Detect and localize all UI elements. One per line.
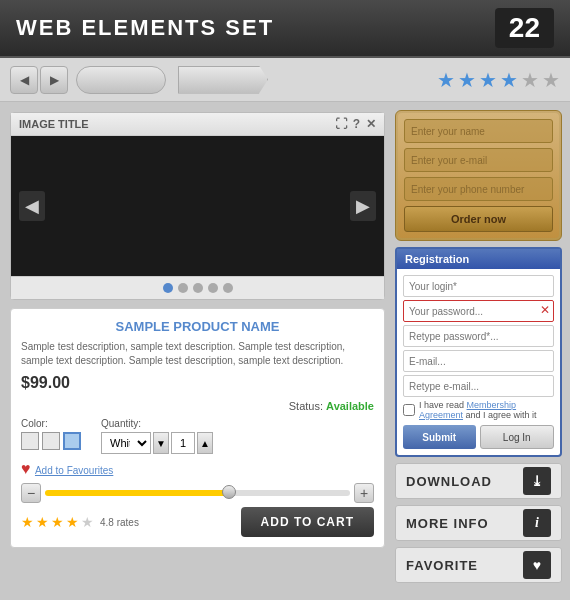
nav-pill-button[interactable] bbox=[76, 66, 166, 94]
submit-button[interactable]: Submit bbox=[403, 425, 476, 449]
agree-row: I have read Membership Agreement and I a… bbox=[403, 400, 554, 420]
login-button[interactable]: Log In bbox=[480, 425, 555, 449]
reg-password-input[interactable] bbox=[403, 300, 554, 322]
favorite-icon: ♥ bbox=[523, 551, 551, 579]
product-bottom: ★ ★ ★ ★ ★ 4.8 rates ADD TO CART bbox=[21, 507, 374, 537]
parchment-name-input[interactable] bbox=[404, 119, 553, 143]
reg-retype-input[interactable] bbox=[403, 325, 554, 347]
agree-checkbox[interactable] bbox=[403, 404, 415, 416]
star-3: ★ bbox=[479, 68, 497, 92]
main-content: IMAGE TITLE ⛶ ? ✕ ◀ ▶ SAMPLE PRODU bbox=[0, 102, 570, 600]
rating-star-1: ★ bbox=[21, 514, 34, 530]
more-info-icon: i bbox=[523, 509, 551, 537]
slider-thumb[interactable] bbox=[222, 485, 236, 499]
parchment-phone-input[interactable] bbox=[404, 177, 553, 201]
agree-text: I have read Membership Agreement and I a… bbox=[419, 400, 554, 420]
favorite-label: FAVORITE bbox=[406, 558, 478, 573]
product-info: SAMPLE PRODUCT NAME Sample test descript… bbox=[10, 308, 385, 548]
slide-next-button[interactable]: ▶ bbox=[350, 191, 376, 221]
star-1: ★ bbox=[437, 68, 455, 92]
favorite-button[interactable]: FAVORITE ♥ bbox=[395, 547, 562, 583]
right-panel: Order now Registration ✕ I have read Mem… bbox=[395, 102, 570, 600]
heart-icon: ♥ bbox=[21, 460, 31, 477]
download-icon: ⤓ bbox=[523, 467, 551, 495]
swatch-1[interactable] bbox=[21, 432, 39, 450]
swatch-2[interactable] bbox=[42, 432, 60, 450]
rating-star-3: ★ bbox=[51, 514, 64, 530]
parchment-form: Order now bbox=[395, 110, 562, 241]
color-label: Color: bbox=[21, 418, 81, 429]
more-info-button[interactable]: MORE INFO i bbox=[395, 505, 562, 541]
reg-password-row: ✕ bbox=[403, 300, 554, 322]
add-to-cart-button[interactable]: ADD TO CART bbox=[241, 507, 374, 537]
status-value: Available bbox=[326, 400, 374, 412]
swatch-3[interactable] bbox=[63, 432, 81, 450]
slideshow-body: ◀ ▶ bbox=[11, 136, 384, 276]
reg-buttons: Submit Log In bbox=[403, 425, 554, 449]
quantity-option: Quantity: White ▼ ▲ bbox=[101, 418, 213, 454]
dot-1[interactable] bbox=[163, 283, 173, 293]
rating-star-5: ★ bbox=[81, 514, 94, 530]
product-price: $99.00 bbox=[21, 374, 374, 392]
slider-minus-button[interactable]: − bbox=[21, 483, 41, 503]
dot-2[interactable] bbox=[178, 283, 188, 293]
color-select[interactable]: White bbox=[101, 432, 151, 454]
rating-stars: ★ ★ ★ ★ ★ 4.8 rates bbox=[21, 514, 139, 530]
qty-up-button[interactable]: ▲ bbox=[197, 432, 213, 454]
nav-next-button[interactable]: ▶ bbox=[40, 66, 68, 94]
slider-track[interactable] bbox=[45, 490, 350, 496]
status-label: Status: bbox=[289, 400, 323, 412]
slider-plus-button[interactable]: + bbox=[354, 483, 374, 503]
order-now-button[interactable]: Order now bbox=[404, 206, 553, 232]
rating-stars-nav: ★ ★ ★ ★ ★ ★ bbox=[437, 68, 560, 92]
registration-body: ✕ I have read Membership Agreement and I… bbox=[397, 269, 560, 455]
download-label: DOWNLOAD bbox=[406, 474, 492, 489]
slideshow-dots bbox=[11, 276, 384, 299]
close-icon[interactable]: ✕ bbox=[366, 117, 376, 131]
slideshow-controls: ⛶ ? ✕ bbox=[335, 117, 376, 131]
header-title: WEB ELEMENTS SET bbox=[16, 15, 274, 41]
slider-row: − + bbox=[21, 483, 374, 503]
reg-email-input[interactable] bbox=[403, 350, 554, 372]
rating-text: 4.8 rates bbox=[100, 517, 139, 528]
registration-header: Registration bbox=[397, 249, 560, 269]
product-status: Status: Available bbox=[21, 400, 374, 412]
parchment-email-input[interactable] bbox=[404, 148, 553, 172]
header: WEB ELEMENTS SET 22 bbox=[0, 0, 570, 58]
help-icon[interactable]: ? bbox=[353, 117, 360, 131]
rating-star-4: ★ bbox=[66, 514, 79, 530]
fullscreen-icon[interactable]: ⛶ bbox=[335, 117, 347, 131]
nav-arrows: ◀ ▶ bbox=[10, 66, 68, 94]
slideshow-title: IMAGE TITLE bbox=[19, 118, 89, 130]
rating-star-2: ★ bbox=[36, 514, 49, 530]
nav-arrow-button[interactable] bbox=[178, 66, 268, 94]
registration-box: Registration ✕ I have read Membership Ag… bbox=[395, 247, 562, 457]
dot-3[interactable] bbox=[193, 283, 203, 293]
download-button[interactable]: DOWNLOAD ⤓ bbox=[395, 463, 562, 499]
slide-prev-button[interactable]: ◀ bbox=[19, 191, 45, 221]
color-swatches bbox=[21, 432, 81, 450]
slideshow-header: IMAGE TITLE ⛶ ? ✕ bbox=[11, 113, 384, 136]
star-4: ★ bbox=[500, 68, 518, 92]
navbar: ◀ ▶ ★ ★ ★ ★ ★ ★ bbox=[0, 58, 570, 102]
add-to-favourites-link[interactable]: Add to Favourites bbox=[35, 465, 113, 476]
reg-retype-email-input[interactable] bbox=[403, 375, 554, 397]
header-number: 22 bbox=[495, 8, 554, 48]
color-option: Color: bbox=[21, 418, 81, 450]
star-2: ★ bbox=[458, 68, 476, 92]
star-5: ★ bbox=[521, 68, 539, 92]
more-info-label: MORE INFO bbox=[406, 516, 489, 531]
dot-5[interactable] bbox=[223, 283, 233, 293]
quantity-label: Quantity: bbox=[101, 418, 213, 429]
quantity-input[interactable] bbox=[171, 432, 195, 454]
qty-down-button[interactable]: ▼ bbox=[153, 432, 169, 454]
left-panel: IMAGE TITLE ⛶ ? ✕ ◀ ▶ SAMPLE PRODU bbox=[0, 102, 395, 600]
reg-login-input[interactable] bbox=[403, 275, 554, 297]
star-6: ★ bbox=[542, 68, 560, 92]
nav-prev-button[interactable]: ◀ bbox=[10, 66, 38, 94]
product-name: SAMPLE PRODUCT NAME bbox=[21, 319, 374, 334]
error-icon: ✕ bbox=[540, 303, 550, 317]
dot-4[interactable] bbox=[208, 283, 218, 293]
product-description: Sample test description, sample text des… bbox=[21, 340, 374, 368]
product-options: Color: Quantity: White ▼ bbox=[21, 418, 374, 454]
